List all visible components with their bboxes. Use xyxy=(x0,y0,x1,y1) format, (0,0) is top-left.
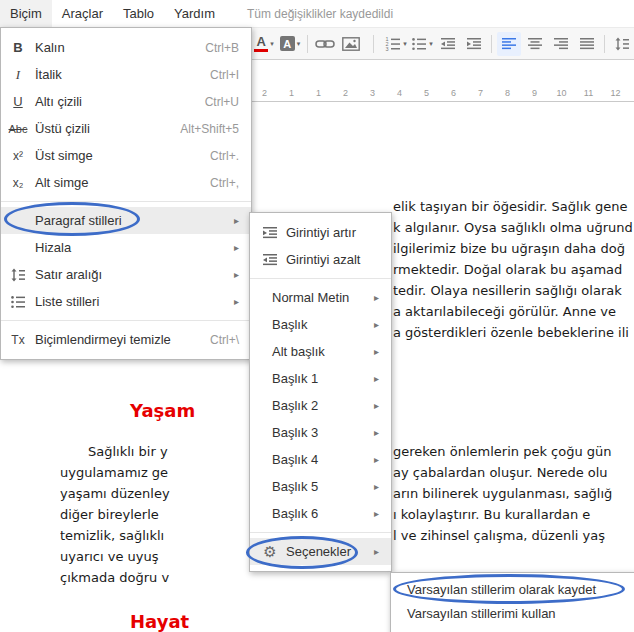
menu-item-secenekler[interactable]: ⚙ Seçenekler ▸ xyxy=(250,538,391,565)
menu-item-label: Paragraf stilleri xyxy=(35,213,122,228)
menu-item-paragraf-stilleri[interactable]: Paragraf stilleri ▸ xyxy=(1,207,251,234)
menu-separator xyxy=(1,201,251,202)
menu-item-satir-araligi[interactable]: Satır aralığı ▸ xyxy=(1,261,251,288)
insert-image-button[interactable] xyxy=(339,32,363,56)
align-right-button[interactable] xyxy=(549,32,573,56)
caret-down-icon: ▾ xyxy=(429,40,433,48)
menu-item-baslik-1[interactable]: Başlık 1 ▸ xyxy=(250,365,391,392)
menu-item-baslik-6[interactable]: Başlık 6 ▸ xyxy=(250,500,391,527)
text-line: yaşamı düzenley xyxy=(60,483,250,504)
gear-icon: ⚙ xyxy=(258,543,282,561)
menu-item-baslik-5[interactable]: Başlık 5 ▸ xyxy=(250,473,391,500)
menu-item-label: Varsayılan stillerim olarak kaydet xyxy=(407,582,596,597)
ruler-number: 1 xyxy=(278,86,305,101)
ruler-number: 4 xyxy=(386,86,413,101)
svg-text:3: 3 xyxy=(386,45,389,51)
menu-item-varsayilan-stillerimi-kullan[interactable]: Varsayılan stillerimi kullan xyxy=(391,601,634,625)
menu-item-liste-stilleri[interactable]: Liste stilleri ▸ xyxy=(1,288,251,315)
text-line: arın bilinerek uygulanması, sağlığ xyxy=(393,483,634,504)
caret-down-icon: ▾ xyxy=(297,40,301,48)
document-heading-hayat: Hayat xyxy=(130,611,189,632)
list-styles-icon xyxy=(1,294,35,310)
menu-item-girintiyi-azalt[interactable]: Girintiyi azalt xyxy=(250,246,391,273)
menu-item-label: Normal Metin xyxy=(272,290,349,305)
highlight-color-button[interactable]: A ▾ xyxy=(278,32,302,56)
text-line: ay çabalardan oluşur. Nerede olu xyxy=(393,462,634,483)
menu-item-ust-simge[interactable]: x² Üst simge Ctrl+. xyxy=(1,142,251,169)
align-left-icon xyxy=(501,36,517,52)
submenu-arrow-icon: ▸ xyxy=(374,319,379,330)
line-spacing-icon xyxy=(614,36,630,52)
text-color-swatch xyxy=(254,49,268,52)
menu-item-label: Liste stilleri xyxy=(35,294,99,309)
menu-item-label: Girintiyi azalt xyxy=(286,252,360,267)
menu-item-label: Biçimlendirmeyi temizle xyxy=(35,332,171,347)
document-heading-yasam: Yaşam xyxy=(130,400,195,421)
menu-item-kalin[interactable]: B Kalın Ctrl+B xyxy=(1,34,251,61)
ruler-number: 9 xyxy=(521,86,548,101)
menubar: Biçim Araçlar Tablo Yardım Tüm değişikli… xyxy=(0,0,634,27)
format-menu: B Kalın Ctrl+B I İtalik Ctrl+I U Altı çi… xyxy=(0,27,252,360)
menu-item-label: Girintiyi artır xyxy=(286,225,356,240)
numbered-list-button[interactable]: 1 2 3 ▾ xyxy=(384,32,408,56)
link-icon xyxy=(315,37,335,51)
paragraph-styles-menu: Girintiyi artır Girintiyi azalt Normal M… xyxy=(249,212,392,572)
menu-shortcut: Ctrl+, xyxy=(210,176,239,190)
line-spacing-icon xyxy=(1,267,35,283)
menu-item-varsayilan-stillerim-olarak-kaydet[interactable]: Varsayılan stillerim olarak kaydet xyxy=(391,577,634,601)
submenu-arrow-icon: ▸ xyxy=(374,346,379,357)
highlight-color-icon: A xyxy=(280,36,295,51)
insert-link-button[interactable] xyxy=(313,32,337,56)
menu-item-girintiyi-artir[interactable]: Girintiyi artır xyxy=(250,219,391,246)
indent-increase-button[interactable] xyxy=(462,32,486,56)
menu-item-normal-metin[interactable]: Normal Metin ▸ xyxy=(250,284,391,311)
text-line: a gösterdikleri özenle bebeklerine ili xyxy=(393,322,634,343)
toolbar-separator xyxy=(604,35,605,53)
text-color-button[interactable]: A ▾ xyxy=(252,32,276,56)
text-line: temizlik, sağlıklı xyxy=(60,525,250,546)
menu-item-alt-simge[interactable]: x₂ Alt simge Ctrl+, xyxy=(1,169,251,196)
align-center-button[interactable] xyxy=(523,32,547,56)
menu-item-baslik-3[interactable]: Başlık 3 ▸ xyxy=(250,419,391,446)
menu-item-hizala[interactable]: Hizala ▸ xyxy=(1,234,251,261)
submenu-arrow-icon: ▸ xyxy=(374,508,379,519)
menu-bicim[interactable]: Biçim xyxy=(0,0,52,27)
line-spacing-button[interactable] xyxy=(610,32,634,56)
text-line: l ve zihinsel çalışma, düzenli yaş xyxy=(393,525,634,546)
menu-item-baslik[interactable]: Başlık ▸ xyxy=(250,311,391,338)
menu-item-label: Üstü çizili xyxy=(35,121,90,136)
menu-item-label: Başlık xyxy=(272,317,307,332)
menu-shortcut: Ctrl+. xyxy=(210,149,239,163)
image-icon xyxy=(342,37,360,51)
submenu-arrow-icon: ▸ xyxy=(374,373,379,384)
submenu-arrow-icon: ▸ xyxy=(234,215,239,226)
menu-item-label: Seçenekler xyxy=(286,544,351,559)
caret-down-icon: ▾ xyxy=(270,40,274,48)
menu-item-alt-baslik[interactable]: Alt başlık ▸ xyxy=(250,338,391,365)
ruler-number: 6 xyxy=(440,86,467,101)
save-status-text: Tüm değişiklikler kaydedildi xyxy=(247,7,393,21)
menu-item-label: İtalik xyxy=(35,67,62,82)
align-justify-button[interactable] xyxy=(575,32,599,56)
bulleted-list-button[interactable]: ▾ xyxy=(410,32,434,56)
text-line: rmektedir. Doğal olarak bu aşamad xyxy=(393,259,634,280)
ruler-number: 2 xyxy=(251,86,278,101)
menu-item-stilleri-sifirla[interactable]: Stilleri sıfırla xyxy=(391,625,634,632)
menu-item-alti-cizili[interactable]: U Altı çizili Ctrl+U xyxy=(1,88,251,115)
document-paragraph-right: gereken önlemlerin pek çoğu gün ay çabal… xyxy=(393,441,634,546)
text-line: ı kolaylaştırır. Bu kurallardan e xyxy=(393,504,634,525)
toolbar-separator xyxy=(307,35,308,53)
menu-item-bicimlendirmeyi-temizle[interactable]: Tx Biçimlendirmeyi temizle Ctrl+\ xyxy=(1,326,251,353)
menu-yardim[interactable]: Yardım xyxy=(164,0,225,27)
menu-araclar[interactable]: Araçlar xyxy=(52,0,113,27)
menu-shortcut: Ctrl+U xyxy=(205,95,239,109)
menu-item-baslik-2[interactable]: Başlık 2 ▸ xyxy=(250,392,391,419)
menu-item-baslik-4[interactable]: Başlık 4 ▸ xyxy=(250,446,391,473)
align-left-button[interactable] xyxy=(497,32,521,56)
menu-item-italik[interactable]: I İtalik Ctrl+I xyxy=(1,61,251,88)
menu-tablo[interactable]: Tablo xyxy=(113,0,164,27)
ruler-number: 8 xyxy=(494,86,521,101)
indent-decrease-button[interactable] xyxy=(436,32,460,56)
menu-item-ustu-cizili[interactable]: Abc Üstü çizili Alt+Shift+5 xyxy=(1,115,251,142)
text-line: a aktarılabileceği görülür. Anne ve xyxy=(393,301,634,322)
